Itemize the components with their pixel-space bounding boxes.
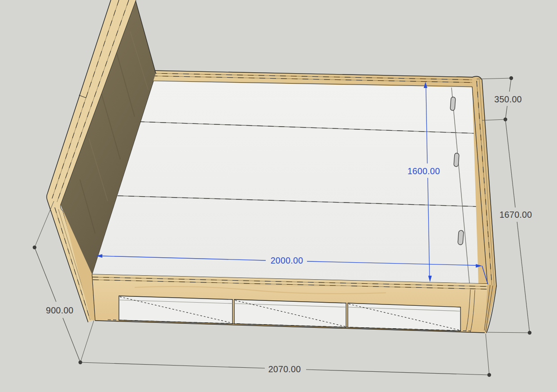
dimension-label-1670: 1670.00 — [500, 210, 532, 220]
slot-handle-icon — [458, 230, 464, 245]
slot-handle-icon — [454, 153, 459, 167]
door-1 — [119, 296, 232, 324]
dimension-2070: 2070.00 — [80, 334, 491, 377]
cad-viewport[interactable]: 350.00 1670.00 900.00 2070.00 — [0, 0, 557, 392]
dimension-label-2000: 2000.00 — [271, 255, 303, 265]
front-face — [92, 274, 487, 333]
platform-deck — [92, 81, 487, 284]
dimension-label-1600: 1600.00 — [408, 166, 440, 176]
bed-drawing-canvas: 350.00 1670.00 900.00 2070.00 — [0, 0, 557, 392]
dimension-label-2070: 2070.00 — [268, 364, 301, 374]
door-2 — [234, 300, 346, 327]
slot-handle-icon — [450, 97, 456, 111]
door-3 — [348, 303, 461, 331]
dimension-label-900: 900.00 — [46, 305, 73, 315]
dimension-label-350: 350.00 — [494, 94, 522, 104]
